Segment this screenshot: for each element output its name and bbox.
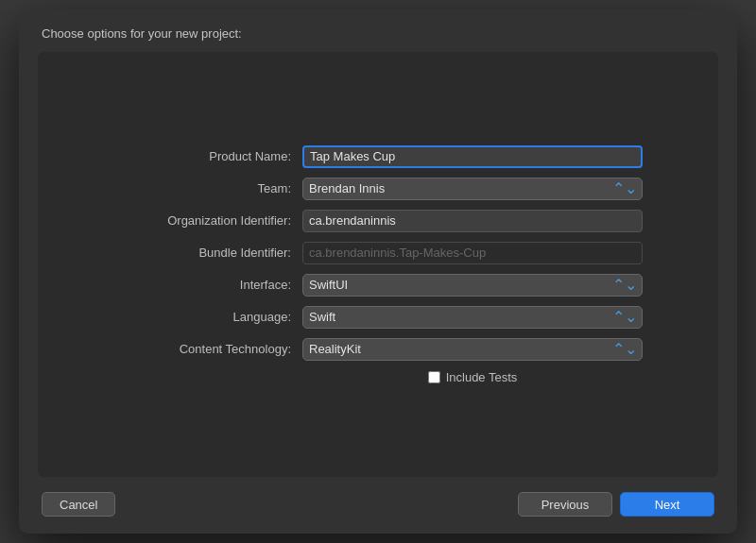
team-row: Team: Brendan Innis None ⌃⌄ <box>113 178 643 200</box>
content-tech-select-wrapper: RealityKit SceneKit Metal ⌃⌄ <box>302 338 643 361</box>
dialog-content: Product Name: Team: Brendan Innis None ⌃… <box>38 52 718 477</box>
language-select-wrapper: Swift Objective-C ⌃⌄ <box>302 306 643 329</box>
language-select[interactable]: Swift Objective-C <box>302 306 643 329</box>
content-tech-select[interactable]: RealityKit SceneKit Metal <box>302 338 643 361</box>
product-name-row: Product Name: <box>113 145 643 168</box>
interface-label: Interface: <box>113 278 302 292</box>
cancel-button[interactable]: Cancel <box>42 492 115 517</box>
include-tests-row: Include Tests <box>113 370 643 384</box>
interface-row: Interface: SwiftUI Storyboard ⌃⌄ <box>113 274 643 297</box>
product-name-label: Product Name: <box>113 149 302 163</box>
team-select[interactable]: Brendan Innis None <box>302 178 643 200</box>
next-button[interactable]: Next <box>620 492 714 517</box>
form-container: Product Name: Team: Brendan Innis None ⌃… <box>113 145 643 384</box>
org-id-row: Organization Identifier: <box>113 210 643 232</box>
include-tests-label: Include Tests <box>446 370 518 384</box>
bundle-id-row: Bundle Identifier: <box>113 242 643 264</box>
dialog-footer: Cancel Previous Next <box>19 477 737 534</box>
product-name-input[interactable] <box>302 145 643 168</box>
footer-right: Previous Next <box>518 492 714 517</box>
new-project-dialog: Choose options for your new project: Pro… <box>19 9 737 534</box>
bundle-id-input <box>302 242 643 264</box>
org-id-input[interactable] <box>302 210 643 232</box>
content-tech-label: Content Technology: <box>113 342 302 356</box>
interface-select[interactable]: SwiftUI Storyboard <box>302 274 643 297</box>
team-select-wrapper: Brendan Innis None ⌃⌄ <box>302 178 643 200</box>
org-id-label: Organization Identifier: <box>113 213 302 228</box>
include-tests-checkbox[interactable] <box>428 371 440 383</box>
team-label: Team: <box>113 181 302 195</box>
previous-button[interactable]: Previous <box>518 492 612 517</box>
interface-select-wrapper: SwiftUI Storyboard ⌃⌄ <box>302 274 643 297</box>
dialog-title: Choose options for your new project: <box>19 26 737 52</box>
bundle-id-label: Bundle Identifier: <box>113 246 302 260</box>
footer-left: Cancel <box>42 492 115 517</box>
language-label: Language: <box>113 310 302 324</box>
language-row: Language: Swift Objective-C ⌃⌄ <box>113 306 643 329</box>
content-tech-row: Content Technology: RealityKit SceneKit … <box>113 338 643 361</box>
